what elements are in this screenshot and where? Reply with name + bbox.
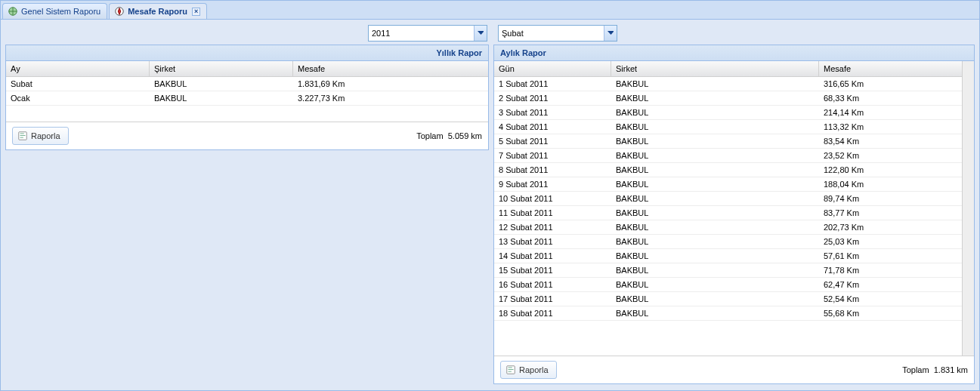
col-distance[interactable]: Mesafe <box>819 61 962 76</box>
cell-distance: 23,52 Km <box>819 149 962 162</box>
cell-company: BAKBUL <box>611 249 819 263</box>
table-row[interactable]: 18 Subat 2011BAKBUL55,68 Km <box>494 306 962 321</box>
report-button-label: Raporla <box>519 365 549 374</box>
compass-icon <box>114 6 125 17</box>
cell-day: 8 Subat 2011 <box>494 163 611 177</box>
cell-day: 16 Subat 2011 <box>494 278 611 291</box>
cell-day: 9 Subat 2011 <box>494 177 611 191</box>
cell-day: 15 Subat 2011 <box>494 263 611 277</box>
cell-day: 1 Subat 2011 <box>494 77 611 91</box>
cell-company: BAKBUL <box>611 177 819 191</box>
cell-distance: 83,77 Km <box>819 206 962 220</box>
svg-rect-7 <box>509 368 512 368</box>
table-row[interactable]: 13 Subat 2011BAKBUL25,03 Km <box>494 235 962 249</box>
chevron-down-icon[interactable] <box>604 26 617 41</box>
cell-distance: 57,61 Km <box>819 249 962 263</box>
cell-month: Ocak <box>6 91 150 105</box>
yearly-grid-header: Ay Şirket Mesafe <box>6 61 488 77</box>
tab-label: Genel Sistem Raporu <box>21 7 100 16</box>
cell-distance: 188,04 Km <box>819 177 962 191</box>
cell-distance: 1.831,69 Km <box>293 77 488 91</box>
yearly-report-panel: Yıllık Rapor Ay Şirket Mesafe SubatBAKBU… <box>5 45 489 150</box>
table-row[interactable]: OcakBAKBUL3.227,73 Km <box>6 91 488 106</box>
tab-general-system-report[interactable]: Genel Sistem Raporu <box>2 3 107 19</box>
cell-company: BAKBUL <box>611 220 819 234</box>
panel-title: Aylık Rapor <box>494 45 974 61</box>
table-row[interactable]: 14 Subat 2011BAKBUL57,61 Km <box>494 249 962 263</box>
table-row[interactable]: 17 Subat 2011BAKBUL52,54 Km <box>494 292 962 306</box>
cell-company: BAKBUL <box>611 134 819 148</box>
table-row[interactable]: 5 Subat 2011BAKBUL83,54 Km <box>494 134 962 149</box>
table-row[interactable]: 15 Subat 2011BAKBUL71,78 Km <box>494 263 962 278</box>
chevron-down-icon[interactable] <box>474 26 487 41</box>
table-row[interactable]: 11 Subat 2011BAKBUL83,77 Km <box>494 206 962 220</box>
table-row[interactable]: 2 Subat 2011BAKBUL68,33 Km <box>494 91 962 106</box>
svg-rect-3 <box>20 134 24 134</box>
table-row[interactable]: 16 Subat 2011BAKBUL62,47 Km <box>494 278 962 292</box>
svg-rect-8 <box>509 369 514 370</box>
tab-bar: Genel Sistem Raporu Mesafe Raporu × <box>1 1 979 20</box>
col-company[interactable]: Sirket <box>611 61 819 76</box>
monthly-grid-body[interactable]: 1 Subat 2011BAKBUL316,65 Km2 Subat 2011B… <box>494 77 962 356</box>
table-row[interactable]: SubatBAKBUL1.831,69 Km <box>6 77 488 91</box>
cell-company: BAKBUL <box>611 306 819 320</box>
cell-distance: 68,33 Km <box>819 91 962 105</box>
cell-distance: 25,03 Km <box>819 235 962 248</box>
svg-rect-5 <box>20 137 23 138</box>
monthly-report-panel: Aylık Rapor Gün Sirket Mesafe 1 Subat 20… <box>493 45 975 384</box>
report-button-label: Raporla <box>31 131 60 140</box>
svg-rect-4 <box>20 135 26 136</box>
cell-company: BAKBUL <box>611 292 819 306</box>
tab-label: Mesafe Raporu <box>128 7 187 16</box>
cell-company: BAKBUL <box>150 91 293 105</box>
cell-company: BAKBUL <box>611 192 819 205</box>
cell-day: 4 Subat 2011 <box>494 120 611 134</box>
month-select[interactable]: Şubat <box>498 25 617 42</box>
panel-title: Yıllık Rapor <box>6 45 488 61</box>
scrollbar-track[interactable] <box>962 61 974 356</box>
monthly-grid-header: Gün Sirket Mesafe <box>494 61 962 77</box>
cell-distance: 71,78 Km <box>819 263 962 277</box>
cell-company: BAKBUL <box>611 149 819 162</box>
cell-day: 13 Subat 2011 <box>494 235 611 248</box>
col-day[interactable]: Gün <box>494 61 611 76</box>
cell-company: BAKBUL <box>611 263 819 277</box>
table-row[interactable]: 12 Subat 2011BAKBUL202,73 Km <box>494 220 962 235</box>
year-select[interactable]: 2011 <box>368 25 487 42</box>
col-company[interactable]: Şirket <box>150 61 293 76</box>
col-month[interactable]: Ay <box>6 61 150 76</box>
table-row[interactable]: 4 Subat 2011BAKBUL113,32 Km <box>494 120 962 134</box>
report-icon <box>505 365 516 375</box>
cell-day: 12 Subat 2011 <box>494 220 611 234</box>
cell-distance: 52,54 Km <box>819 292 962 306</box>
selector-row: 2011 Şubat <box>5 25 975 42</box>
cell-day: 10 Subat 2011 <box>494 192 611 205</box>
table-row[interactable]: 8 Subat 2011BAKBUL122,80 Km <box>494 163 962 177</box>
report-button[interactable]: Raporla <box>500 361 557 379</box>
cell-company: BAKBUL <box>611 206 819 220</box>
tab-distance-report[interactable]: Mesafe Raporu × <box>109 3 207 19</box>
month-select-value: Şubat <box>499 29 527 38</box>
cell-company: BAKBUL <box>611 106 819 119</box>
report-icon <box>17 131 28 141</box>
table-row[interactable]: 7 Subat 2011BAKBUL23,52 Km <box>494 149 962 163</box>
cell-day: 7 Subat 2011 <box>494 149 611 162</box>
cell-company: BAKBUL <box>611 77 819 91</box>
table-row[interactable]: 9 Subat 2011BAKBUL188,04 Km <box>494 177 962 192</box>
cell-month: Subat <box>6 77 150 91</box>
cell-day: 2 Subat 2011 <box>494 91 611 105</box>
report-button[interactable]: Raporla <box>12 127 69 145</box>
yearly-total: Toplam 5.059 km <box>416 131 482 140</box>
svg-rect-9 <box>509 371 512 372</box>
close-icon[interactable]: × <box>192 8 200 16</box>
table-row[interactable]: 10 Subat 2011BAKBUL89,74 Km <box>494 192 962 206</box>
cell-distance: 214,14 Km <box>819 106 962 119</box>
year-select-value: 2011 <box>369 29 393 38</box>
table-row[interactable]: 1 Subat 2011BAKBUL316,65 Km <box>494 77 962 91</box>
cell-distance: 202,73 Km <box>819 220 962 234</box>
col-distance[interactable]: Mesafe <box>293 61 488 76</box>
table-row[interactable]: 3 Subat 2011BAKBUL214,14 Km <box>494 106 962 120</box>
cell-distance: 83,54 Km <box>819 134 962 148</box>
cell-day: 17 Subat 2011 <box>494 292 611 306</box>
cell-company: BAKBUL <box>611 278 819 291</box>
